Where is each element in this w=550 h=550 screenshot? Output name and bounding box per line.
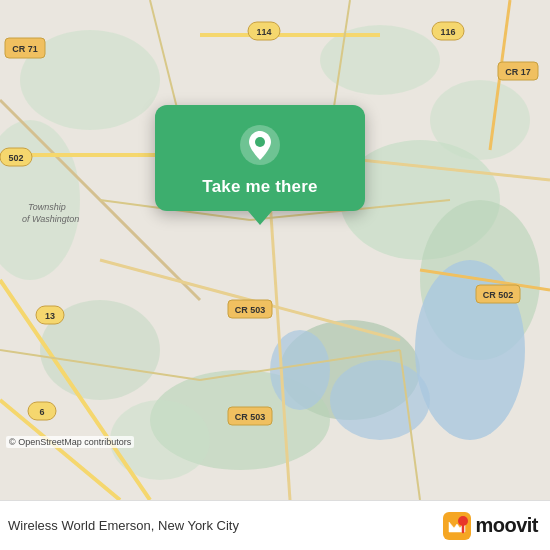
svg-point-8 xyxy=(430,80,530,160)
popup-card[interactable]: Take me there xyxy=(155,105,365,211)
svg-text:CR 502: CR 502 xyxy=(483,290,514,300)
svg-text:CR 71: CR 71 xyxy=(12,44,38,54)
svg-point-55 xyxy=(255,137,265,147)
map-background: CR 71 114 116 CR 17 502 Township of Wash… xyxy=(0,0,550,500)
moovit-label: moovit xyxy=(475,514,538,537)
svg-point-57 xyxy=(458,516,468,526)
osm-credit: © OpenStreetMap contributors xyxy=(6,436,134,448)
svg-text:of Washington: of Washington xyxy=(22,214,79,224)
location-text: Wireless World Emerson, New York City xyxy=(8,518,239,533)
svg-text:114: 114 xyxy=(256,27,271,37)
svg-text:Township: Township xyxy=(28,202,66,212)
moovit-logo: moovit xyxy=(443,512,538,540)
svg-text:502: 502 xyxy=(8,153,23,163)
svg-text:6: 6 xyxy=(39,407,44,417)
svg-text:CR 503: CR 503 xyxy=(235,412,266,422)
moovit-icon xyxy=(443,512,471,540)
svg-text:CR 17: CR 17 xyxy=(505,67,531,77)
svg-text:CR 503: CR 503 xyxy=(235,305,266,315)
map-container: CR 71 114 116 CR 17 502 Township of Wash… xyxy=(0,0,550,500)
svg-point-12 xyxy=(330,360,430,440)
location-pin-icon xyxy=(238,123,282,167)
svg-text:13: 13 xyxy=(45,311,55,321)
svg-text:116: 116 xyxy=(440,27,455,37)
take-me-there-button[interactable]: Take me there xyxy=(202,177,317,197)
bottom-bar: Wireless World Emerson, New York City mo… xyxy=(0,500,550,550)
